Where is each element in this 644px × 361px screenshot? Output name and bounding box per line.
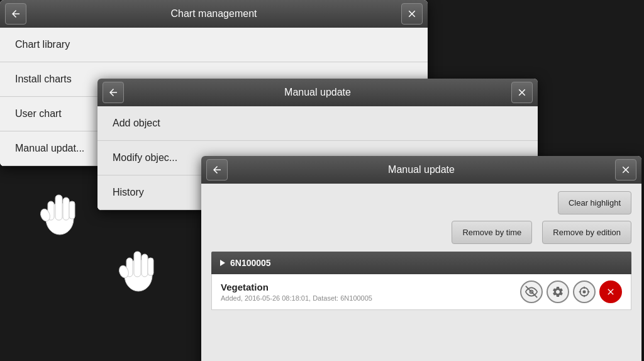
chart-management-titlebar: Chart management: [0, 0, 428, 28]
manual-update-body-3: Clear highlight Remove by time Remove by…: [201, 184, 641, 361]
delete-button[interactable]: [599, 280, 622, 303]
svg-point-8: [46, 203, 74, 235]
svg-rect-16: [142, 254, 148, 277]
dataset-item-row: Vegetation Added, 2016-05-26 08:18:01, D…: [211, 274, 631, 310]
top-actions-bar: Clear highlight: [211, 191, 631, 214]
middle-actions-bar: Remove by time Remove by edition: [211, 221, 631, 244]
dataset-item-meta: Added, 2016-05-26 08:18:01, Dataset: 6N1…: [221, 294, 520, 302]
manual-update-titlebar-2: Manual update: [97, 79, 538, 106]
chart-management-title: Chart management: [26, 8, 401, 19]
dataset-expand-icon: [220, 260, 225, 266]
locate-button[interactable]: [573, 280, 596, 303]
manual-update-titlebar-3: Manual update: [201, 156, 641, 184]
manual-update-close-button-3[interactable]: [615, 159, 636, 181]
manual-update-back-button-3[interactable]: [206, 159, 228, 181]
svg-point-14: [125, 260, 152, 291]
svg-point-19: [118, 264, 130, 279]
svg-rect-10: [63, 197, 69, 220]
manual-update-window-3: Manual update Clear highlight Remove by …: [201, 156, 641, 361]
menu-item-chart-library[interactable]: Chart library: [0, 28, 428, 62]
svg-point-13: [39, 208, 52, 223]
manual-update-title-3: Manual update: [228, 164, 615, 175]
dataset-header: 6N100005: [211, 252, 631, 274]
remove-by-edition-button[interactable]: Remove by edition: [542, 221, 631, 244]
dataset-item-actions: [520, 280, 622, 303]
svg-rect-12: [69, 201, 75, 219]
manual-update-close-button-2[interactable]: [511, 82, 533, 103]
dataset-item-name: Vegetation: [221, 282, 520, 292]
manual-update-title-2: Manual update: [124, 87, 511, 98]
svg-rect-18: [148, 258, 153, 275]
remove-by-time-button[interactable]: Remove by time: [452, 221, 532, 244]
svg-rect-9: [55, 195, 62, 220]
chart-management-close-button[interactable]: [401, 3, 423, 25]
svg-rect-15: [134, 252, 141, 277]
hand-cursor-1: [38, 182, 82, 242]
svg-rect-17: [126, 258, 133, 277]
hand-cursor-2: [116, 239, 160, 298]
svg-rect-11: [48, 201, 54, 220]
dataset-item-info: Vegetation Added, 2016-05-26 08:18:01, D…: [221, 282, 520, 302]
settings-button[interactable]: [547, 280, 569, 303]
chart-management-back-button[interactable]: [5, 3, 26, 25]
submenu-item-add-object[interactable]: Add object: [97, 106, 538, 141]
clear-highlight-button[interactable]: Clear highlight: [558, 191, 631, 214]
dataset-name: 6N100005: [230, 258, 271, 268]
svg-point-7: [583, 291, 585, 292]
visibility-toggle-button[interactable]: [520, 280, 543, 303]
manual-update-back-button-2[interactable]: [103, 82, 124, 103]
